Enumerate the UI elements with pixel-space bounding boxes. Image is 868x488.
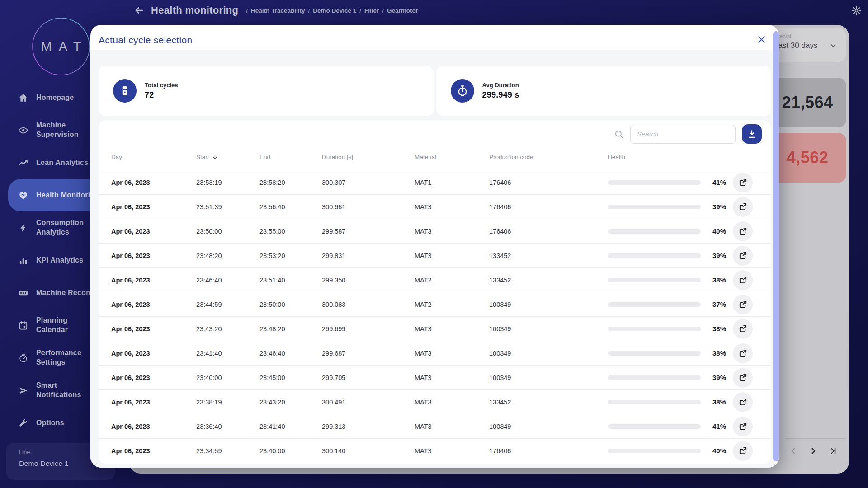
breadcrumb-item[interactable]: /Health Traceability xyxy=(243,7,305,14)
cell-duration: 299.350 xyxy=(322,277,415,284)
sidebar-item-icon xyxy=(18,353,28,363)
cell-production-code: 100349 xyxy=(489,325,608,333)
cell-start: 23:36:40 xyxy=(196,423,259,430)
sidebar-item-label: Consumption Analytics xyxy=(36,218,84,237)
cell-start: 23:51:39 xyxy=(196,203,259,211)
cell-duration: 300.961 xyxy=(322,203,415,211)
table-toolbar xyxy=(99,120,771,144)
open-in-new-icon xyxy=(738,324,748,333)
open-cycle-button[interactable] xyxy=(733,270,753,290)
cell-day: Apr 06, 2023 xyxy=(111,203,196,211)
column-header[interactable]: End xyxy=(259,154,322,160)
open-cycle-button[interactable] xyxy=(733,368,753,388)
cell-start: 23:53:19 xyxy=(196,179,259,186)
open-cycle-button[interactable] xyxy=(733,441,753,461)
table-row: Apr 06, 2023 23:34:59 23:40:00 300.140 M… xyxy=(99,438,771,463)
breadcrumb: /Health Traceability/Demo Device 1/Fille… xyxy=(243,7,418,14)
open-cycle-button[interactable] xyxy=(733,173,753,192)
open-cycle-button[interactable] xyxy=(733,221,753,241)
cell-day: Apr 06, 2023 xyxy=(111,374,196,381)
open-cycle-button[interactable] xyxy=(733,319,753,339)
open-in-new-icon xyxy=(738,275,748,285)
page-title: Health monitoring xyxy=(151,5,238,16)
cell-end: 23:48:20 xyxy=(259,325,322,333)
open-cycle-button[interactable] xyxy=(733,343,753,363)
health-percent: 37% xyxy=(705,300,726,308)
sidebar-item-label: Machine Supervision xyxy=(36,121,79,140)
page-prev-icon[interactable] xyxy=(788,446,798,456)
cell-health: 38% xyxy=(608,392,758,412)
cell-day: Apr 06, 2023 xyxy=(111,252,196,259)
sidebar-item-label: Smart Notifications xyxy=(36,381,81,400)
health-bar xyxy=(608,253,701,258)
summary-card-icon xyxy=(456,84,469,97)
cell-day: Apr 06, 2023 xyxy=(111,447,196,455)
column-header[interactable]: Health xyxy=(608,154,758,160)
cell-end: 23:41:40 xyxy=(259,423,322,430)
sidebar-item-label: Health Monitoring xyxy=(36,191,99,200)
health-bar xyxy=(608,180,701,185)
health-bar xyxy=(608,400,701,404)
close-icon[interactable] xyxy=(756,34,767,45)
open-cycle-button[interactable] xyxy=(733,417,753,436)
summary-cards: Total cycles 72 Avg Duration 299.949 s xyxy=(99,66,771,116)
sidebar-item-label: Performance Settings xyxy=(36,348,81,367)
cell-production-code: 176406 xyxy=(489,179,608,186)
cell-day: Apr 06, 2023 xyxy=(111,350,196,357)
interval-label: Interval xyxy=(774,33,846,39)
cell-duration: 300.307 xyxy=(322,179,415,186)
open-cycle-button[interactable] xyxy=(733,197,753,217)
cell-production-code: 100349 xyxy=(489,423,608,430)
breadcrumb-item[interactable]: /Filler xyxy=(356,7,379,14)
open-cycle-button[interactable] xyxy=(733,295,753,314)
sidebar-item-icon xyxy=(18,320,28,331)
cell-health: 38% xyxy=(608,319,758,339)
cell-production-code: 133452 xyxy=(489,252,608,259)
cell-duration: 299.705 xyxy=(322,374,415,381)
health-percent: 38% xyxy=(705,276,726,284)
table-row: Apr 06, 2023 23:44:59 23:50:00 300.083 M… xyxy=(99,292,771,316)
cell-health: 41% xyxy=(608,173,758,192)
cell-material: MAT3 xyxy=(415,423,489,430)
pagination-divider xyxy=(785,438,845,439)
table-row: Apr 06, 2023 23:50:00 23:55:00 299.587 M… xyxy=(99,219,771,243)
health-bar xyxy=(608,302,701,307)
breadcrumb-item[interactable]: /Gearmotor xyxy=(379,7,418,14)
open-cycle-button[interactable] xyxy=(733,246,753,266)
health-percent: 38% xyxy=(705,325,726,333)
breadcrumb-item[interactable]: /Demo Device 1 xyxy=(305,7,356,14)
column-header[interactable]: Duration [s] xyxy=(322,154,415,160)
page-next-icon[interactable] xyxy=(808,446,818,456)
download-icon xyxy=(747,129,757,139)
search-input[interactable] xyxy=(630,125,736,144)
sidebar-item-icon xyxy=(18,385,28,396)
cell-production-code: 100349 xyxy=(489,374,608,381)
summary-card-icon xyxy=(118,84,131,97)
summary-card-value: 299.949 s xyxy=(482,90,519,100)
open-in-new-icon xyxy=(738,202,748,211)
modal-scrollbar[interactable] xyxy=(773,31,779,461)
column-header[interactable]: Start xyxy=(196,154,259,160)
cell-health: 38% xyxy=(608,343,758,363)
column-header[interactable]: Day xyxy=(111,154,196,160)
page-last-icon[interactable] xyxy=(828,446,838,456)
cell-end: 23:43:20 xyxy=(259,399,322,406)
cell-start: 23:38:19 xyxy=(196,399,259,406)
open-in-new-icon xyxy=(738,397,748,407)
back-arrow-icon[interactable] xyxy=(134,5,145,16)
cell-start: 23:44:59 xyxy=(196,301,259,308)
health-percent: 39% xyxy=(705,203,726,211)
cell-health: 37% xyxy=(608,295,758,314)
download-button[interactable] xyxy=(742,124,762,144)
cell-material: MAT3 xyxy=(415,374,489,381)
cell-day: Apr 06, 2023 xyxy=(111,423,196,430)
column-header[interactable]: Production code xyxy=(489,154,608,160)
cell-production-code: 133452 xyxy=(489,399,608,406)
table-row: Apr 06, 2023 23:36:40 23:41:40 299.313 M… xyxy=(99,414,771,438)
column-header[interactable]: Material xyxy=(415,154,489,160)
cell-start: 23:40:00 xyxy=(196,374,259,381)
open-cycle-button[interactable] xyxy=(733,392,753,412)
cell-end: 23:55:00 xyxy=(259,228,322,235)
cell-day: Apr 06, 2023 xyxy=(111,399,196,406)
health-bar xyxy=(608,229,701,234)
